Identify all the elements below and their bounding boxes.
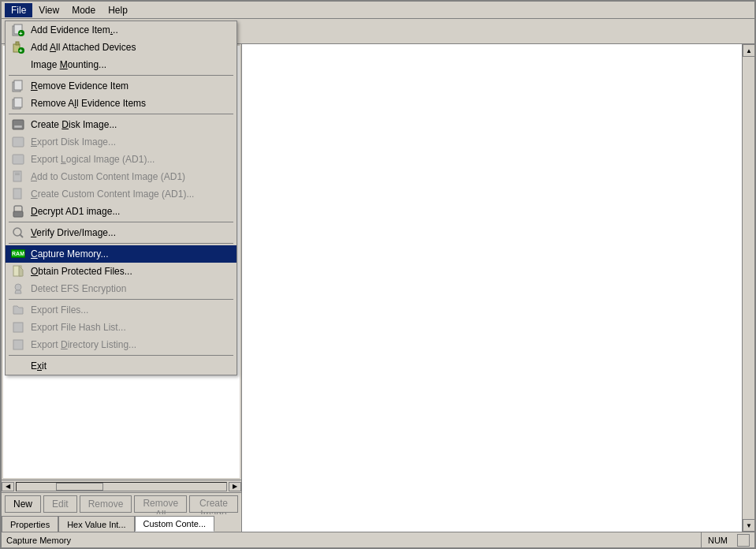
detect-efs-label: Detect EFS Encryption	[31, 283, 126, 294]
bottom-tabs: Properties Hex Value Int... Custom Conte…	[2, 514, 241, 532]
add-evidence-icon: +	[10, 22, 26, 38]
remove-button[interactable]: Remove	[80, 495, 132, 513]
menu-capture-memory[interactable]: RAM Capture Memory...	[6, 245, 236, 263]
menu-exit[interactable]: Exit	[6, 357, 236, 375]
menu-detect-efs[interactable]: Detect EFS Encryption	[6, 280, 236, 297]
add-custom-content-label: Add to Custom Content Image (AD1)	[31, 171, 185, 182]
export-dir-listing-icon	[10, 337, 26, 353]
right-scroll-track[interactable]	[743, 57, 754, 519]
image-mounting-label: Image Mounting...	[31, 59, 106, 70]
menu-decrypt-ad1[interactable]: Decrypt AD1 image...	[6, 203, 236, 220]
svg-rect-28	[13, 323, 23, 332]
svg-line-25	[20, 234, 23, 237]
edit-button[interactable]: Edit	[43, 495, 77, 513]
capture-memory-icon: RAM	[10, 246, 26, 262]
menu-help[interactable]: Help	[102, 3, 134, 17]
obtain-protected-label: Obtain Protected Files...	[31, 266, 132, 277]
export-disk-icon	[10, 134, 26, 150]
svg-rect-19	[15, 173, 20, 174]
file-dropdown: + Add Evidence Item... +	[5, 21, 237, 375]
app-window: File + Add Evidence Item...	[0, 0, 756, 549]
menu-mode[interactable]: Mode	[65, 3, 102, 17]
menu-image-mounting[interactable]: Image Mounting...	[6, 56, 236, 73]
menu-verify-drive[interactable]: Verify Drive/Image...	[6, 224, 236, 241]
svg-rect-29	[13, 340, 23, 349]
svg-rect-18	[13, 171, 21, 181]
tab-hex-value[interactable]: Hex Value Int...	[58, 516, 134, 532]
export-file-hash-label: Export File Hash List...	[31, 322, 126, 333]
remove-evidence-icon	[10, 78, 26, 94]
menu-export-logical-image[interactable]: Export Logical Image (AD1)...	[6, 151, 236, 168]
scroll-track[interactable]	[16, 482, 227, 491]
add-attached-label: Add All Attached Devices	[31, 42, 136, 53]
create-custom-content-icon	[10, 186, 26, 202]
add-attached-icon: +	[10, 39, 26, 55]
export-files-label: Export Files...	[31, 304, 88, 316]
separator-1	[9, 75, 233, 76]
scroll-down-arrow[interactable]: ▼	[743, 519, 754, 532]
separator-2	[9, 114, 233, 114]
export-files-icon	[10, 302, 26, 318]
tab-custom-conte[interactable]: Custom Conte...	[135, 516, 214, 532]
right-scrollbar[interactable]: ▲ ▼	[742, 44, 754, 532]
remove-all-button[interactable]: Remove All	[134, 495, 187, 513]
svg-text:+: +	[19, 47, 23, 54]
decrypt-ad1-label: Decrypt AD1 image...	[31, 206, 120, 217]
detect-efs-icon	[10, 281, 26, 297]
menu-create-custom-content[interactable]: Create Custom Content Image (AD1)...	[6, 185, 236, 203]
scroll-right-arrow[interactable]: ▶	[229, 482, 241, 491]
menu-add-evidence[interactable]: + Add Evidence Item...	[6, 21, 236, 39]
status-num: NUM	[701, 532, 734, 547]
menu-view[interactable]: View	[32, 3, 65, 17]
create-disk-image-label: Create Disk Image...	[31, 119, 117, 130]
menu-remove-evidence[interactable]: Remove Evidence Item	[6, 77, 236, 95]
exit-label: Exit	[31, 360, 47, 372]
remove-all-evidence-icon	[10, 95, 26, 111]
capture-memory-label: Capture Memory...	[31, 248, 108, 260]
new-button[interactable]: New	[5, 495, 41, 513]
menu-export-dir-listing[interactable]: Export Directory Listing...	[6, 336, 236, 353]
menu-obtain-protected[interactable]: Obtain Protected Files...	[6, 263, 236, 280]
menu-export-files[interactable]: Export Files...	[6, 301, 236, 319]
verify-drive-icon	[10, 225, 26, 241]
svg-point-27	[15, 284, 21, 290]
menu-remove-all-evidence[interactable]: Remove All Evidence Items	[6, 95, 236, 112]
menu-file[interactable]: File	[5, 3, 32, 17]
right-panel[interactable]: ▲ ▼	[242, 44, 754, 532]
menu-create-disk-image[interactable]: Create Disk Image...	[6, 116, 236, 133]
svg-rect-21	[13, 189, 21, 199]
export-logical-icon	[10, 151, 26, 167]
exit-icon	[10, 358, 26, 374]
export-dir-listing-label: Export Directory Listing...	[31, 339, 136, 350]
scroll-left-arrow[interactable]: ◀	[2, 482, 14, 491]
scroll-thumb[interactable]	[56, 483, 103, 491]
tab-properties[interactable]: Properties	[2, 516, 58, 532]
menu-export-disk-image[interactable]: Export Disk Image...	[6, 133, 236, 151]
add-custom-content-icon	[10, 169, 26, 185]
status-indicator	[737, 534, 750, 547]
menu-export-file-hash[interactable]: Export File Hash List...	[6, 319, 236, 336]
separator-6	[9, 355, 233, 356]
svg-rect-16	[13, 137, 24, 147]
export-file-hash-icon	[10, 319, 26, 335]
status-bar: Capture Memory NUM	[2, 532, 754, 547]
left-panel-scrollbar[interactable]: ◀ ▶	[2, 480, 241, 492]
export-logical-image-label: Export Logical Image (AD1)...	[31, 154, 155, 165]
menu-add-attached[interactable]: + Add All Attached Devices	[6, 39, 236, 56]
svg-rect-17	[13, 155, 24, 164]
svg-rect-23	[13, 211, 23, 217]
file-menu-container: File + Add Evidence Item...	[5, 3, 32, 17]
add-evidence-label: Add Evidence Item...	[31, 24, 118, 35]
create-image-button[interactable]: Create Image	[189, 495, 238, 513]
svg-rect-20	[15, 174, 20, 175]
scroll-up-arrow[interactable]: ▲	[743, 44, 754, 57]
verify-drive-label: Verify Drive/Image...	[31, 227, 116, 238]
svg-rect-5	[16, 42, 19, 45]
create-disk-icon	[10, 117, 26, 133]
decrypt-ad1-icon	[10, 204, 26, 219]
separator-5	[9, 299, 233, 300]
separator-4	[9, 243, 233, 244]
create-custom-content-label: Create Custom Content Image (AD1)...	[31, 189, 194, 200]
remove-all-evidence-label: Remove All Evidence Items	[31, 98, 146, 109]
menu-add-custom-content[interactable]: Add to Custom Content Image (AD1)	[6, 168, 236, 185]
